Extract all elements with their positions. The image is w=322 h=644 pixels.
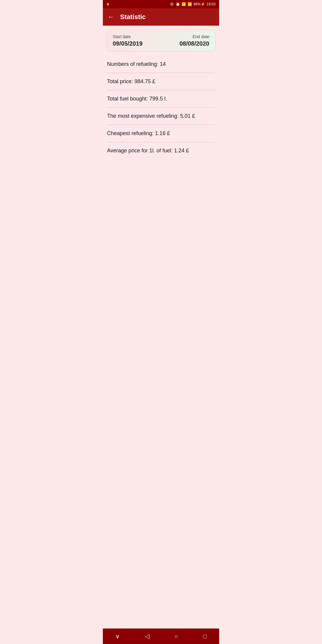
wifi-icon: 📶	[182, 2, 186, 6]
stat-average-price: Average price for 1l. of fuel: 1.24 £	[107, 142, 215, 159]
app-bar: ← Statistic	[103, 8, 219, 26]
stat-most-expensive: The most expensive refueling: 5.01 £	[107, 108, 215, 125]
status-right: 🔕 ⏰ 📶 📶 88%⚡ 19:03	[170, 2, 216, 6]
stat-total-fuel: Total fuel bought: 799.5 l.	[107, 90, 215, 108]
date-range-card[interactable]: Start date 09/05/2019 End date 08/08/202…	[106, 30, 216, 52]
stats-list: Numbers of refueling: 14 Total price: 98…	[103, 56, 219, 159]
stat-total-price: Total price: 984.75 £	[107, 73, 215, 90]
time-display: 19:03	[207, 2, 216, 6]
battery-icon: 88%⚡	[193, 2, 205, 6]
start-date-label: Start date	[113, 34, 143, 39]
start-date-value: 09/05/2019	[113, 40, 143, 47]
end-date-label: End date	[179, 34, 209, 39]
signal-icon: 📶	[188, 2, 192, 6]
back-button[interactable]: ←	[108, 14, 114, 20]
start-date-block: Start date 09/05/2019	[113, 34, 143, 47]
stat-refueling-count: Numbers of refueling: 14	[107, 56, 215, 73]
alarm-icon: ⏰	[176, 2, 180, 6]
page-title: Statistic	[120, 13, 146, 21]
end-date-value: 08/08/2020	[179, 40, 209, 47]
end-date-block: End date 08/08/2020	[179, 34, 209, 47]
stat-cheapest: Cheapest refueling: 1.16 £	[107, 125, 215, 142]
status-left: ⊕	[106, 2, 109, 6]
status-bar: ⊕ 🔕 ⏰ 📶 📶 88%⚡ 19:03	[103, 0, 219, 8]
mute-icon: 🔕	[170, 2, 174, 6]
usb-icon: ⊕	[106, 2, 109, 6]
